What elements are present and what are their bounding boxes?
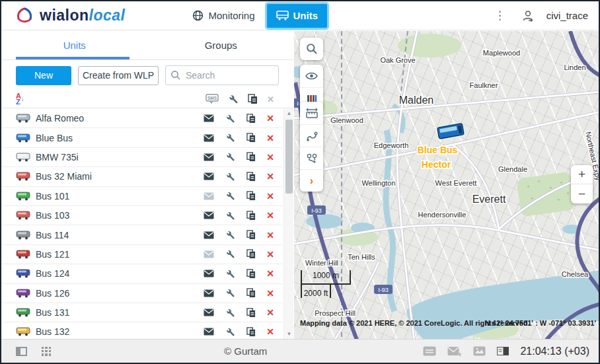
- wrench-icon[interactable]: [225, 172, 235, 182]
- mail-new-icon[interactable]: [447, 346, 462, 357]
- unit-row[interactable]: Bus 132 ✕: [1, 322, 282, 339]
- delete-unit-icon[interactable]: ✕: [266, 191, 274, 201]
- layout-icon[interactable]: [497, 347, 509, 355]
- unit-row[interactable]: Bus 101 ✕: [1, 187, 282, 206]
- wrench-icon[interactable]: [225, 288, 235, 298]
- unit-marker-blue-bus: [437, 124, 464, 139]
- list-scrollbar[interactable]: ▲ ▼: [283, 109, 293, 339]
- copy-icon[interactable]: [246, 133, 256, 143]
- map-canvas[interactable]: +++ +++ ++: [294, 31, 599, 339]
- copy-icon[interactable]: [248, 94, 258, 104]
- unit-row[interactable]: Bus 124 ✕: [1, 264, 282, 283]
- delete-unit-icon[interactable]: ✕: [266, 249, 274, 260]
- mail-icon[interactable]: [204, 211, 214, 219]
- unit-row[interactable]: BMW 735i ✕: [1, 148, 282, 167]
- unit-row[interactable]: Blue Bus ✕: [1, 128, 282, 147]
- switch-user-icon[interactable]: [521, 9, 535, 22]
- copy-icon[interactable]: [246, 327, 256, 337]
- delete-unit-icon[interactable]: ✕: [266, 288, 274, 299]
- mail-icon[interactable]: [204, 192, 214, 200]
- unit-map-label[interactable]: Blue Bus: [418, 145, 458, 155]
- wrench-icon[interactable]: [225, 249, 235, 259]
- copy-icon[interactable]: [246, 249, 256, 259]
- mail-icon[interactable]: [204, 153, 214, 161]
- expand-tools-button[interactable]: ›: [300, 169, 323, 192]
- copy-icon[interactable]: [246, 152, 256, 162]
- zoom-in-button[interactable]: +: [571, 165, 593, 184]
- mail-icon[interactable]: [204, 328, 214, 336]
- delete-unit-icon[interactable]: ✕: [266, 268, 274, 279]
- wrench-icon[interactable]: [225, 269, 235, 279]
- wrench-icon[interactable]: [225, 211, 235, 221]
- delete-unit-icon[interactable]: ✕: [266, 326, 274, 337]
- create-from-wlp-button[interactable]: Create from WLP: [78, 66, 159, 85]
- wrench-icon[interactable]: [225, 230, 235, 240]
- delete-unit-icon[interactable]: ✕: [266, 307, 274, 318]
- delete-unit-icon[interactable]: ✕: [266, 113, 274, 124]
- sms-icon[interactable]: SMS: [206, 94, 219, 104]
- mail-icon[interactable]: [204, 172, 214, 180]
- copy-icon[interactable]: [246, 230, 256, 240]
- apps-grid-icon[interactable]: [42, 347, 51, 356]
- wrench-icon[interactable]: [225, 327, 235, 337]
- copy-icon[interactable]: [246, 172, 256, 182]
- wrench-icon[interactable]: [225, 152, 235, 162]
- unit-row[interactable]: Bus 126 ✕: [1, 284, 282, 303]
- copy-icon[interactable]: [246, 114, 256, 124]
- wrench-icon[interactable]: [228, 94, 239, 104]
- panel-tab-units[interactable]: Units: [1, 31, 148, 59]
- scroll-thumb[interactable]: [285, 120, 293, 194]
- unit-row[interactable]: Bus 131 ✕: [1, 303, 282, 322]
- delete-unit-icon[interactable]: ✕: [266, 171, 274, 182]
- search-input[interactable]: [165, 65, 279, 85]
- copy-icon[interactable]: [246, 308, 256, 318]
- unit-row[interactable]: Bus 103 ✕: [1, 206, 282, 225]
- unit-row[interactable]: Alfa Romeo ✕: [1, 109, 282, 128]
- map-place-label: Glendale: [498, 165, 527, 173]
- tab-monitoring[interactable]: Monitoring: [184, 1, 262, 30]
- wrench-icon[interactable]: [225, 114, 235, 124]
- toggle-panel-icon[interactable]: [16, 347, 27, 356]
- tab-units[interactable]: Units: [267, 4, 328, 28]
- delete-unit-icon[interactable]: ✕: [266, 230, 274, 240]
- scroll-up-arrow[interactable]: ▲: [284, 109, 294, 118]
- wialon-logo[interactable]: wialonlocal: [16, 7, 125, 24]
- new-unit-button[interactable]: New: [16, 66, 71, 85]
- ruler-button[interactable]: [300, 102, 323, 124]
- wrench-icon[interactable]: [225, 133, 235, 143]
- mail-icon[interactable]: [204, 289, 214, 297]
- zoom-out-button[interactable]: −: [571, 184, 593, 203]
- copy-icon[interactable]: [246, 269, 256, 279]
- mail-icon[interactable]: [204, 270, 214, 277]
- unit-map-label[interactable]: Hector: [422, 159, 451, 170]
- mail-icon[interactable]: [204, 250, 214, 258]
- visibility-button[interactable]: [300, 65, 323, 87]
- scroll-down-arrow[interactable]: ▼: [284, 330, 294, 339]
- kebab-menu-icon[interactable]: ⋮: [490, 9, 509, 22]
- unit-row[interactable]: Bus 32 Miami ✕: [1, 167, 282, 186]
- map-search-button[interactable]: [300, 38, 323, 60]
- image-icon[interactable]: [473, 346, 486, 356]
- mail-icon[interactable]: [204, 231, 214, 239]
- clear-icon[interactable]: ✕: [267, 94, 274, 104]
- delete-unit-icon[interactable]: ✕: [266, 210, 274, 221]
- sort-az-icon[interactable]: AZ ↓: [16, 93, 24, 105]
- mail-icon[interactable]: [204, 309, 214, 316]
- markers-button[interactable]: [300, 147, 323, 169]
- panel-tab-groups[interactable]: Groups: [148, 31, 295, 59]
- mail-icon[interactable]: [204, 134, 214, 142]
- current-user[interactable]: civi_trace: [546, 10, 588, 21]
- log-icon[interactable]: [423, 346, 436, 356]
- unit-row[interactable]: Bus 121 ✕: [1, 245, 282, 264]
- delete-unit-icon[interactable]: ✕: [266, 152, 274, 163]
- unit-row[interactable]: Bus 114 ✕: [1, 225, 282, 244]
- wrench-icon[interactable]: [225, 191, 235, 201]
- copy-icon[interactable]: [246, 191, 256, 201]
- map-coordinates: N 42° 24.7501' : W -071° 03.3931': [485, 319, 596, 327]
- routing-button[interactable]: [300, 124, 323, 147]
- wrench-icon[interactable]: [225, 308, 235, 318]
- mail-icon[interactable]: [204, 114, 214, 122]
- copy-icon[interactable]: [246, 288, 256, 298]
- copy-icon[interactable]: [246, 211, 256, 221]
- delete-unit-icon[interactable]: ✕: [266, 133, 274, 143]
